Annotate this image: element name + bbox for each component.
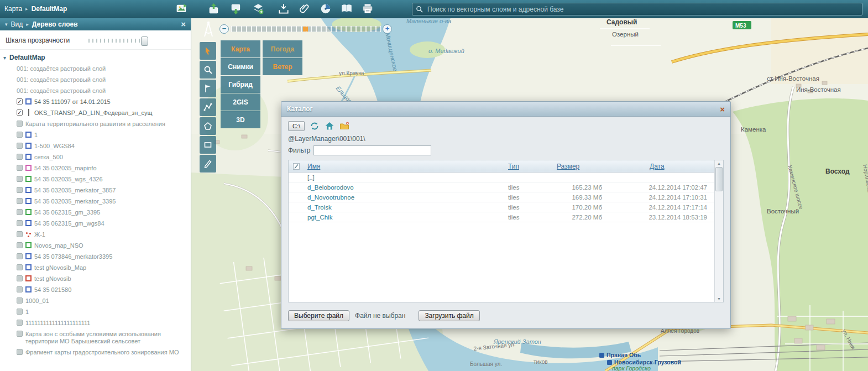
filter-input[interactable] bbox=[313, 145, 431, 155]
tab-3d[interactable]: 3D bbox=[221, 111, 260, 128]
tab-snimki[interactable]: Снимки bbox=[221, 58, 260, 75]
layer-checkbox[interactable] bbox=[17, 132, 23, 138]
layer-item[interactable]: 1-500_WGS84 bbox=[3, 141, 191, 152]
layer-item[interactable]: Фрагмент карты градостроительного зониро… bbox=[3, 347, 191, 358]
file-row[interactable]: d_Beloborodovotiles165.23 Мб24.12.2014 1… bbox=[289, 182, 723, 192]
collapse-arrow-icon[interactable]: ▾ bbox=[3, 55, 6, 61]
layer-label[interactable]: 54 35 032035_merkator_3395 bbox=[34, 198, 187, 205]
layer-checkbox[interactable] bbox=[17, 209, 23, 215]
layer-item[interactable]: 54 35 032035_mapinfo bbox=[3, 163, 191, 174]
table-scrollbar[interactable]: ▲ ▼ bbox=[714, 160, 723, 302]
panel-menu[interactable]: Вид bbox=[11, 20, 23, 28]
attach-icon[interactable] bbox=[299, 3, 311, 15]
layer-label[interactable]: Ж-1 bbox=[34, 231, 187, 238]
layer-item[interactable]: ✓OKS_TRANSP_AD_LIN_Федерал_зн_сущ bbox=[3, 108, 191, 119]
layer-item[interactable]: 1111111111111111111111 bbox=[3, 318, 191, 329]
layer-checkbox[interactable] bbox=[17, 349, 23, 355]
layer-item[interactable]: сетка_500 bbox=[3, 152, 191, 163]
layer-item[interactable]: Карта зон с особыми условиями использова… bbox=[3, 329, 191, 347]
zoom-out-button[interactable]: − bbox=[219, 24, 229, 34]
layer-checkbox[interactable] bbox=[17, 121, 23, 127]
layer-item[interactable]: 1000_01 bbox=[3, 296, 191, 307]
select-tool-icon[interactable] bbox=[200, 42, 216, 60]
layer-label[interactable]: OKS_TRANSP_AD_LIN_Федерал_зн_сущ bbox=[34, 109, 187, 117]
layer-checkbox[interactable] bbox=[17, 231, 23, 237]
layer-label[interactable]: 54 35 021580 bbox=[34, 286, 187, 294]
tab-gibrid[interactable]: Гибрид bbox=[221, 76, 260, 93]
layer-checkbox[interactable] bbox=[17, 275, 23, 281]
layer-checkbox[interactable] bbox=[17, 198, 23, 204]
layer-item[interactable]: 1 bbox=[3, 130, 191, 141]
panel-close-button[interactable]: × bbox=[181, 20, 186, 28]
file-row[interactable]: d_Troisktiles170.20 Мб24.12.2014 17:17:1… bbox=[289, 202, 723, 212]
column-header-name[interactable]: Имя bbox=[304, 163, 508, 170]
layer-label[interactable]: 001: создаётся растровый слой bbox=[17, 76, 187, 83]
layer-label[interactable]: 1-500_WGS84 bbox=[34, 143, 187, 150]
file-row[interactable]: [..] bbox=[289, 173, 723, 182]
file-row[interactable]: d_Novootrubnoetiles169.33 Мб24.12.2014 1… bbox=[289, 192, 723, 202]
legend-icon[interactable] bbox=[341, 3, 353, 15]
download-icon[interactable] bbox=[278, 3, 290, 15]
measure-tool-icon[interactable] bbox=[200, 98, 216, 116]
layer-item[interactable]: 54 35 073846_merkator3395 bbox=[3, 252, 191, 263]
print-icon[interactable] bbox=[362, 3, 374, 15]
layer-label[interactable]: 1111111111111111111111 bbox=[25, 320, 187, 327]
compass-icon[interactable] bbox=[201, 21, 216, 41]
export-raster-icon[interactable] bbox=[208, 3, 220, 15]
layer-label[interactable]: test gNovosib bbox=[34, 275, 187, 283]
layer-checkbox[interactable] bbox=[17, 264, 23, 270]
layer-item[interactable]: test gNovosib bbox=[3, 274, 191, 285]
layer-item[interactable]: 54 35 062315_gm_wgs84 bbox=[3, 218, 191, 229]
save-layer-icon[interactable] bbox=[230, 3, 242, 15]
layer-item[interactable]: 54 35 032035_merkator_3857 bbox=[3, 185, 191, 196]
layer-checkbox[interactable]: ✓ bbox=[17, 109, 23, 116]
slider-handle[interactable] bbox=[141, 36, 148, 46]
layer-label[interactable]: 54 35 032035_wgs_4326 bbox=[34, 176, 187, 183]
layer-label[interactable]: Фрагмент карты градостроительного зониро… bbox=[25, 349, 187, 356]
layer-label[interactable]: 54 35 062315_gm_3395 bbox=[34, 209, 187, 216]
layer-label[interactable]: 001: создаётся растровый слой bbox=[17, 65, 187, 72]
scroll-down-icon[interactable]: ▼ bbox=[717, 297, 721, 301]
zoom-in-button[interactable]: + bbox=[383, 24, 392, 34]
layer-item[interactable]: Novos_map_NSO bbox=[3, 241, 191, 252]
layer-item[interactable]: 001: создаётся растровый слой bbox=[3, 86, 191, 97]
zoom-level-indicator[interactable] bbox=[303, 27, 308, 32]
layer-checkbox[interactable] bbox=[17, 154, 23, 160]
layer-label[interactable]: сетка_500 bbox=[34, 154, 187, 161]
tab-pogoda[interactable]: Погода bbox=[263, 40, 302, 58]
upload-file-button[interactable]: Загрузить файл bbox=[419, 310, 479, 321]
flag-tool-icon[interactable] bbox=[200, 80, 216, 97]
choose-file-button[interactable]: Выберите файл bbox=[288, 310, 349, 321]
file-row[interactable]: pgt_Chiktiles272.20 Мб23.12.2014 18:53:1… bbox=[289, 212, 723, 222]
zoom-bar[interactable]: − + bbox=[219, 24, 392, 34]
transparency-slider[interactable] bbox=[88, 37, 147, 44]
layer-item[interactable]: 54 35 032035_wgs_4326 bbox=[3, 174, 191, 185]
layer-item[interactable]: 001: создаётся растровый слой bbox=[3, 75, 191, 86]
layer-label[interactable]: 54 35 062315_gm_wgs84 bbox=[34, 220, 187, 227]
layer-label[interactable]: 1 bbox=[25, 309, 187, 316]
layer-item[interactable]: 54 35 032035_merkator_3395 bbox=[3, 196, 191, 207]
drive-button[interactable]: C:\ bbox=[288, 121, 305, 131]
new-folder-icon[interactable] bbox=[339, 121, 349, 131]
layer-checkbox[interactable] bbox=[17, 320, 23, 326]
layer-checkbox[interactable] bbox=[17, 286, 23, 292]
home-icon[interactable] bbox=[325, 121, 334, 131]
layer-checkbox[interactable] bbox=[17, 143, 23, 149]
tab-veter[interactable]: Ветер bbox=[263, 58, 302, 75]
layer-item[interactable]: test gNovosib_Map bbox=[3, 263, 191, 274]
map-image-icon[interactable] bbox=[176, 3, 188, 15]
layer-checkbox[interactable]: ✓ bbox=[17, 98, 23, 104]
breadcrumb-root[interactable]: Карта bbox=[4, 5, 22, 13]
tab-2gis[interactable]: 2GIS bbox=[221, 93, 260, 111]
layer-label[interactable]: 54 35 032035_mapinfo bbox=[34, 165, 187, 172]
slash-column-icon[interactable] bbox=[289, 163, 304, 170]
layer-label[interactable]: test gNovosib_Map bbox=[34, 264, 187, 271]
layer-label[interactable]: 54 35 032035_merkator_3857 bbox=[34, 187, 187, 194]
layer-label[interactable]: 54 35 111097 от 14.01.2015 bbox=[34, 98, 187, 106]
zoom-track[interactable] bbox=[231, 26, 381, 32]
tab-karta[interactable]: Карта bbox=[221, 40, 260, 58]
layer-checkbox[interactable] bbox=[17, 242, 23, 248]
column-header-date[interactable]: Дата bbox=[611, 163, 715, 170]
layer-label[interactable]: 001: создаётся растровый слой bbox=[17, 87, 187, 95]
layer-item[interactable]: Карата территориального развития и рассе… bbox=[3, 119, 191, 130]
